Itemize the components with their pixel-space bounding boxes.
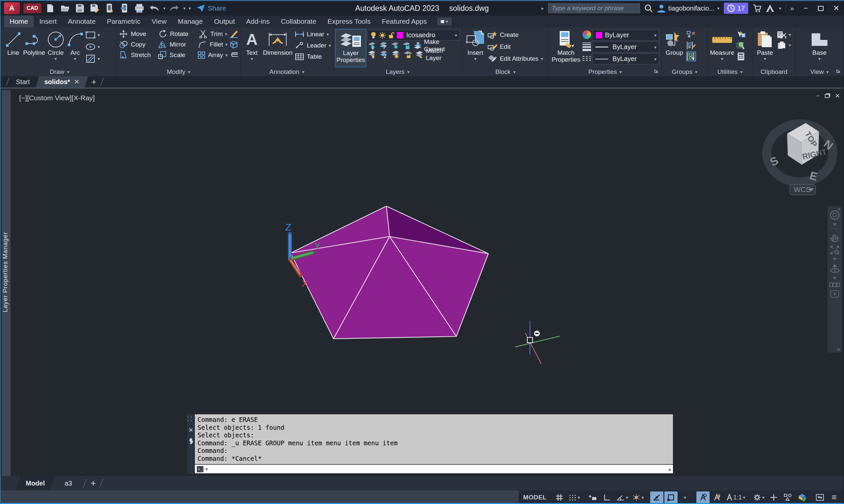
layer-unlock-icon[interactable] bbox=[388, 32, 394, 39]
open-file-button[interactable] bbox=[59, 2, 71, 14]
linear-dimension-button[interactable]: Linear▾ bbox=[295, 29, 331, 40]
cut-button[interactable]: ▾ bbox=[777, 30, 791, 39]
search-input[interactable] bbox=[548, 3, 640, 13]
polar-dropdown-icon[interactable]: ▾ bbox=[626, 495, 628, 500]
layer-color-swatch[interactable] bbox=[397, 32, 404, 39]
rectangle-button[interactable]: ▾ bbox=[86, 30, 100, 40]
stretch-button[interactable]: Stretch bbox=[119, 50, 156, 60]
clean-screen-button[interactable] bbox=[813, 491, 827, 503]
navigation-wheel-icon[interactable] bbox=[829, 210, 840, 221]
copy-button[interactable]: Copy bbox=[119, 39, 156, 50]
tab-insert[interactable]: Insert bbox=[34, 16, 63, 28]
redo-dropdown-icon[interactable]: ▾ bbox=[183, 6, 186, 11]
hatch-dropdown-icon[interactable]: ▾ bbox=[98, 56, 100, 61]
measure-dropdown-icon[interactable]: ▾ bbox=[721, 56, 723, 61]
tab-output[interactable]: Output bbox=[208, 16, 240, 28]
circle-dropdown-icon[interactable]: ▾ bbox=[54, 56, 57, 61]
tab-home[interactable]: Home bbox=[4, 16, 34, 28]
save-button[interactable] bbox=[74, 2, 86, 14]
properties-dialog-launcher[interactable] bbox=[654, 69, 659, 74]
command-expand-icon[interactable]: ▴ bbox=[669, 466, 671, 472]
navigation-bar[interactable]: ✕ ⊖ bbox=[827, 206, 842, 353]
trim-dropdown-icon[interactable]: ▾ bbox=[225, 32, 227, 36]
viewport-close-icon[interactable]: ✕ bbox=[835, 92, 840, 100]
ellipse-button[interactable]: ▾ bbox=[86, 41, 100, 52]
layers-panel-title[interactable]: Layers▾ bbox=[333, 67, 462, 76]
layer-on-bulb-icon[interactable] bbox=[371, 32, 376, 39]
autodesk-app-icon[interactable] bbox=[765, 4, 775, 13]
open-from-web-mobile-button[interactable] bbox=[104, 2, 116, 14]
annotation-monitor-button[interactable] bbox=[767, 491, 780, 503]
modify-panel-title[interactable]: Modify▾ bbox=[117, 67, 240, 76]
object-snap-button[interactable] bbox=[665, 491, 677, 503]
tab-parametric[interactable]: Parametric bbox=[101, 16, 146, 28]
workspace-switching-button[interactable]: ▾ bbox=[752, 491, 766, 503]
navbar-caret1-icon[interactable] bbox=[833, 223, 837, 226]
new-drawing-tab-button[interactable]: + bbox=[88, 77, 100, 87]
undo-dropdown-icon[interactable]: ▾ bbox=[163, 6, 166, 11]
annotation-autoscale-button[interactable] bbox=[711, 491, 724, 503]
snap-mode-button[interactable]: ▾ bbox=[567, 491, 582, 503]
quick-calculator-button[interactable] bbox=[736, 52, 746, 61]
scale-button[interactable]: Scale bbox=[157, 50, 196, 60]
ungroup-button[interactable] bbox=[686, 30, 696, 40]
navbar-caret3-icon[interactable] bbox=[833, 277, 837, 280]
trim-button[interactable]: Trim▾ bbox=[198, 29, 227, 39]
layer-properties-button[interactable]: Layer Properties bbox=[335, 29, 366, 67]
object-snap-tracking-button[interactable] bbox=[650, 491, 664, 503]
layer-freeze-icon[interactable] bbox=[391, 41, 399, 50]
tab-express-tools[interactable]: Express Tools bbox=[322, 16, 376, 28]
viewcube[interactable]: S E N TOP RIGHT WCS bbox=[767, 123, 836, 195]
grid-display-button[interactable] bbox=[553, 491, 566, 503]
new-layout-button[interactable]: + bbox=[88, 478, 98, 488]
tab-collaborate[interactable]: Collaborate bbox=[275, 16, 322, 28]
plot-button[interactable] bbox=[133, 2, 145, 14]
rotate-button[interactable]: Rotate bbox=[158, 29, 197, 39]
ribbon-display-toggle[interactable]: ▾ bbox=[437, 17, 452, 25]
trial-countdown-badge[interactable]: 17 bbox=[724, 3, 748, 14]
dimension-button[interactable]: Dimension bbox=[262, 29, 293, 67]
file-tab-close-icon[interactable]: ✕ bbox=[74, 78, 80, 86]
fillet-button[interactable]: Fillet▾ bbox=[197, 39, 227, 50]
share-button[interactable]: Share bbox=[196, 4, 226, 12]
ellipse-dropdown-icon[interactable]: ▾ bbox=[98, 44, 100, 49]
mirror-button[interactable]: Mirror bbox=[157, 39, 196, 50]
view-dialog-launcher[interactable] bbox=[836, 69, 841, 74]
navbar-caret2-icon[interactable] bbox=[833, 258, 837, 260]
base-view-button[interactable]: Base ▾ bbox=[808, 29, 831, 67]
arc-dropdown-icon[interactable]: ▾ bbox=[74, 56, 76, 61]
table-button[interactable]: Table bbox=[295, 52, 331, 62]
text-dropdown-icon[interactable]: ▾ bbox=[251, 56, 253, 61]
insert-dropdown-icon[interactable]: ▾ bbox=[474, 56, 477, 61]
linetype-combo[interactable]: ByLayer▾ bbox=[592, 53, 659, 64]
edit-attributes-dropdown-icon[interactable]: ▾ bbox=[541, 56, 543, 61]
tab-featured-apps[interactable]: Featured Apps bbox=[376, 16, 433, 28]
qat-customize-icon[interactable]: ▾ bbox=[189, 6, 191, 11]
annotation-panel-title[interactable]: Annotation▾ bbox=[241, 67, 333, 76]
measure-button[interactable]: Measure ▾ bbox=[710, 29, 735, 67]
fillet-dropdown-icon[interactable]: ▾ bbox=[225, 42, 227, 47]
command-window-grip[interactable]: • • • • ✕ bbox=[187, 414, 194, 474]
base-dropdown-icon[interactable]: ▾ bbox=[818, 56, 821, 61]
navbar-minimize-icon[interactable]: ⊖ bbox=[837, 347, 840, 352]
group-selection-toggle-button[interactable] bbox=[686, 52, 696, 61]
dynamic-input-button[interactable] bbox=[586, 491, 599, 503]
select-similar-button[interactable] bbox=[736, 40, 746, 51]
save-as-button[interactable] bbox=[89, 2, 101, 14]
viewport-minimize-icon[interactable]: − bbox=[816, 92, 820, 100]
isolate-objects-button[interactable] bbox=[781, 491, 794, 503]
line-button[interactable]: Line bbox=[5, 29, 22, 67]
explode-button[interactable] bbox=[229, 39, 238, 49]
isometric-drafting-button[interactable]: ▾ bbox=[631, 491, 645, 503]
create-block-button[interactable]: Create bbox=[487, 30, 543, 40]
erase-button[interactable] bbox=[229, 29, 238, 39]
edit-attributes-button[interactable]: Edit Attributes▾ bbox=[487, 53, 543, 64]
circle-button[interactable]: Circle ▾ bbox=[47, 29, 65, 67]
rectangle-dropdown-icon[interactable]: ▾ bbox=[98, 33, 100, 37]
tab-addins[interactable]: Add-ins bbox=[240, 16, 275, 28]
wcs-label[interactable]: WCS bbox=[794, 185, 811, 194]
text-button[interactable]: A Text ▾ bbox=[243, 29, 261, 67]
quick-select-button[interactable] bbox=[736, 30, 746, 40]
layer-off-icon[interactable] bbox=[367, 41, 376, 50]
object-color-combo[interactable]: ByLayer▾ bbox=[592, 30, 659, 40]
